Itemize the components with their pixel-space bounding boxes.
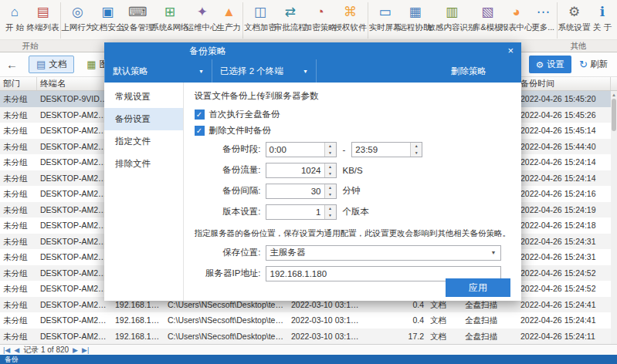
sensitive-content-icon: ▥ (446, 2, 458, 22)
dialog-sidebar-item[interactable]: 备份设置 (104, 108, 183, 130)
spin-up-icon[interactable]: ▲ (325, 184, 336, 191)
ribbon-item[interactable]: ▤ 终端列表 (28, 2, 61, 39)
ribbon-item[interactable]: ⌂ 开 始 (2, 2, 28, 39)
interval-spinner[interactable]: 30 ▲▼ (266, 184, 337, 199)
dialog-sidebar-item[interactable]: 常规设置 (104, 86, 183, 108)
spin-up-icon[interactable]: ▲ (325, 163, 336, 170)
delete-policy-button[interactable]: 删除策略 (451, 66, 521, 77)
cell-terminal: DESKTOP-AM2AGL3 (37, 265, 112, 281)
dialog-title-bar: 备份策略 × (104, 42, 521, 59)
cell-backup-time: 2022-04-26 15:24:16 (517, 186, 611, 202)
dialog-sidebar-item[interactable]: 指定文件 (104, 130, 183, 153)
backup-flow-label: 备份流量: (195, 164, 261, 176)
vertical-scrollbar[interactable]: ▲ (611, 91, 617, 344)
ribbon-item-label: 运维中心 (186, 22, 219, 33)
cell-department: 未分组 (0, 281, 37, 297)
spinner-arrows: ▲▼ (324, 205, 336, 219)
ribbon-item-label: 实时屏幕 (369, 22, 402, 33)
dialog-sidebar: 常规设置 备份设置 指定文件 排除文件 (104, 83, 184, 301)
full-backup-checkbox[interactable]: ✓ 首次执行全盘备份 (195, 106, 511, 123)
back-arrow-icon[interactable]: ← (6, 58, 18, 71)
ribbon-item-label: 关 于 (593, 22, 612, 33)
save-location-value: 主服务器 (270, 247, 306, 258)
refresh-button[interactable]: ↻ 刷新 (576, 56, 611, 73)
ribbon-item[interactable]: ▲ 生产力 (217, 2, 243, 39)
spin-up-icon[interactable]: ▲ (325, 205, 336, 212)
period-end-spinner[interactable]: 23:59 ▲▼ (351, 142, 422, 157)
server-ip-value: 192.168.1.180 (270, 269, 327, 278)
cell-type: 文档 (427, 329, 462, 345)
server-ip-label: 服务器IP地址: (195, 268, 261, 279)
ribbon-item[interactable]: ◔ 加密策略 (305, 2, 335, 39)
spin-down-icon[interactable]: ▼ (325, 212, 336, 219)
version-spinner[interactable]: 1 ▲▼ (266, 204, 337, 220)
cell-department: 未分组 (0, 186, 37, 202)
column-header-department[interactable]: 部门 (0, 77, 37, 90)
version-value: 1 (266, 205, 324, 219)
view-tab[interactable]: ▤ 文档 (29, 56, 74, 73)
settings-button[interactable]: ⚙ 设置 (529, 56, 571, 73)
column-header-terminal[interactable]: 终端名 (37, 77, 112, 90)
table-row[interactable]: 未分组 DESKTOP-AM2AGL3 192.168.1.51 C:\User… (0, 312, 611, 329)
ribbon-item[interactable]: ⚙ 系统设置 (559, 2, 589, 39)
ribbon-item-label: 系统设置 (558, 22, 591, 33)
ribbon-item[interactable]: ⊞ 系统&网络 (153, 2, 188, 39)
spin-down-icon[interactable]: ▼ (325, 170, 336, 177)
previous-record-icon[interactable]: ◀ (14, 346, 19, 354)
ribbon-item[interactable]: ◎ 上网行为 (63, 2, 93, 39)
last-record-icon[interactable]: ▶| (82, 346, 89, 354)
flow-spinner[interactable]: 1024 ▲▼ (266, 163, 337, 178)
spin-down-icon[interactable]: ▼ (411, 150, 422, 157)
gear-icon: ⚙ (536, 59, 544, 70)
cell-backup-time: 2022-04-26 15:24:11 (517, 329, 611, 345)
dialog-sidebar-item[interactable]: 排除文件 (104, 153, 183, 175)
table-row[interactable]: 未分组 DESKTOP-AM2AGL3 192.168.1.51 C:\User… (0, 329, 611, 345)
ribbon-item[interactable]: ▦ 远程协助 (400, 2, 430, 39)
close-icon[interactable]: × (507, 42, 514, 59)
cell-terminal: DESKTOP-AM2AGL3 (37, 139, 112, 155)
column-header-backup-time[interactable]: 备份时间 (517, 77, 611, 90)
cell-backup-time: 2022-04-26 15:45:20 (517, 91, 611, 107)
ribbon-item[interactable]: ⇄ 审批流程 (275, 2, 305, 39)
report-center-icon: ◕ (513, 2, 520, 22)
ribbon-item[interactable]: ▣ 文档安全 (93, 2, 123, 39)
spin-down-icon[interactable]: ▼ (325, 191, 336, 198)
ribbon-item[interactable]: ⌨ 设备管理 (123, 2, 153, 39)
checkbox-checked-icon: ✓ (195, 126, 205, 136)
delete-backup-checkbox[interactable]: ✓ 删除文件时备份 (195, 123, 511, 139)
ribbon-item[interactable]: ⌘ 授权软件 (335, 2, 368, 39)
cell-terminal: DESKTOP-AM2AGL3 (37, 107, 112, 123)
chevron-down-icon: ▼ (491, 250, 497, 255)
scroll-up-icon[interactable]: ▲ (611, 91, 617, 99)
ribbon-item-label: 加密策略 (304, 22, 337, 33)
save-location-dropdown[interactable]: 主服务器 ▼ (266, 245, 501, 261)
ribbon-item[interactable]: ◕ 报表中心 (501, 2, 531, 39)
apply-button[interactable]: 应用 (446, 278, 510, 297)
cell-department: 未分组 (0, 312, 37, 329)
period-start-spinner[interactable]: 0:00 ▲▼ (266, 142, 337, 157)
dialog-body: 常规设置 备份设置 指定文件 排除文件 设置文件备份上传到服务器参数 ✓ 首次执… (104, 83, 521, 301)
next-record-icon[interactable]: ▶ (73, 346, 78, 354)
ribbon-item-label: 上网行为 (61, 22, 93, 33)
ribbon-item[interactable]: ⋯ 更多... (531, 2, 558, 39)
spin-up-icon[interactable]: ▲ (411, 143, 422, 150)
flow-value: 1024 (266, 163, 324, 177)
terminal-selection-dropdown[interactable]: 已选择 2 个终端 ▼ (212, 59, 317, 83)
first-record-icon[interactable]: |◀ (3, 346, 10, 354)
encrypt-policy-icon: ◔ (317, 2, 324, 22)
cell-department: 未分组 (0, 217, 37, 234)
ribbon-item[interactable]: ▭ 实时屏幕 (370, 2, 400, 39)
ribbon-item[interactable]: ▥ 敏感内容识别 (430, 2, 473, 39)
spin-down-icon[interactable]: ▼ (325, 150, 336, 157)
scrollbar-thumb[interactable] (612, 99, 616, 131)
ribbon-item[interactable]: ▧ 库&模板 (473, 2, 501, 39)
backup-settings-panel: 设置文件备份上传到服务器参数 ✓ 首次执行全盘备份 ✓ 删除文件时备份 备份时段… (184, 83, 522, 301)
policy-dropdown[interactable]: 默认策略 ▼ (104, 59, 212, 83)
spin-up-icon[interactable]: ▲ (325, 143, 336, 150)
ribbon-item[interactable]: ✦ 运维中心 (187, 2, 217, 39)
ribbon-item-label: 文档加密 (244, 22, 276, 33)
ribbon-item[interactable]: ℹ 关 于 (589, 2, 615, 39)
cell-mtime: 2022-03-10 03:19:40 (288, 312, 365, 329)
ribbon-item[interactable]: ◫ 文档加密 (245, 2, 275, 39)
cell-department: 未分组 (0, 329, 37, 345)
